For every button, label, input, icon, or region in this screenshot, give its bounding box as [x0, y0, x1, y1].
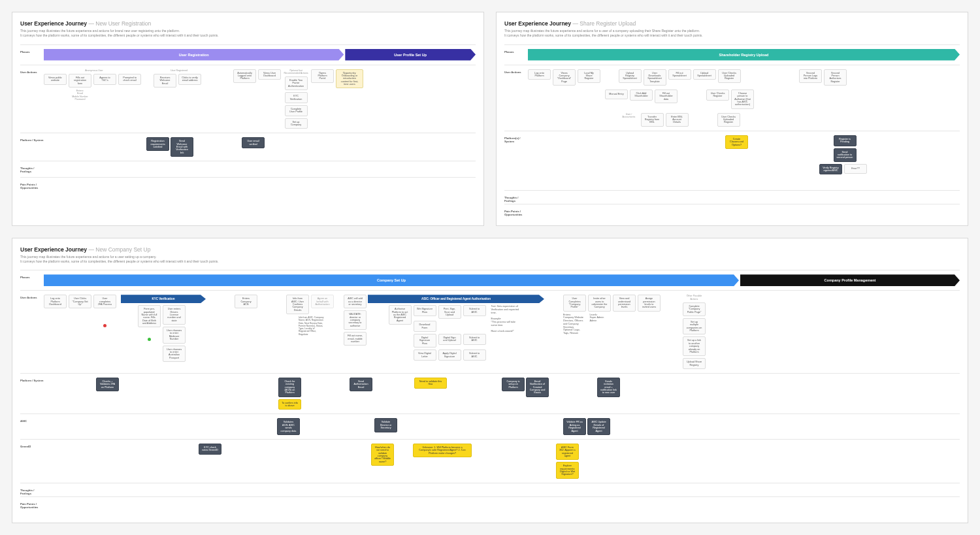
- action-box: Manual Entry: [605, 89, 628, 99]
- panel-desc: This journey map illustrates the future …: [504, 29, 960, 38]
- action-box: User chooses to enter Medicare Number: [163, 327, 186, 343]
- field-note: Levels: Super Admin Admin: [590, 314, 610, 323]
- system-box: Create Classes and Options?: [725, 135, 748, 149]
- action-box: Fill out name, email, mobile number: [344, 332, 367, 346]
- action-box: Submit to ASIC: [463, 334, 486, 345]
- system-box: Sends invitation email + notification li…: [597, 378, 620, 397]
- action-box: Enters Company ACN: [235, 295, 257, 308]
- lane-phases: Phases Shareholder Registry Upload: [504, 44, 960, 65]
- system-box: Registration requirements satisfied: [146, 137, 169, 151]
- action-box: Upload Spreadsheet: [693, 69, 716, 80]
- action-box: Form pre-populated: Name with full name.…: [138, 305, 161, 327]
- system-box: Email Notification of Created Company an…: [526, 378, 549, 397]
- action-box: Agree on behalf with Authorisation: [311, 295, 334, 308]
- action-box: Clicks to verify email address: [178, 74, 201, 85]
- field-note: Enters: Email Mobile Number Password: [71, 89, 90, 101]
- action-box: Load My Share Register: [578, 69, 600, 83]
- action-box: Complete "Company Public Page": [683, 302, 706, 316]
- action-box: User completes 2FA Process: [93, 295, 116, 308]
- action-box: Receives Welcome Email: [154, 74, 176, 88]
- action-box: Upload Share Registry: [683, 358, 706, 369]
- asic-box: Validate FR as Acting as Registered Agen…: [563, 418, 586, 434]
- system-box: Verify Registry against ASIC: [819, 164, 842, 175]
- system-box: Error??: [844, 164, 867, 174]
- phase-registration: User Registration: [44, 49, 344, 61]
- panel-title: User Experience Journey — Share Register…: [504, 20, 960, 27]
- lane-thoughts: Thoughts / Feelings: [20, 483, 960, 496]
- asic-box: Validates ACN: ASIC sends company data: [277, 418, 300, 434]
- asic-box: Validate Director or Secretary: [374, 418, 397, 432]
- system-box: Check for existing company (ACN) on Plat…: [278, 378, 301, 397]
- action-box: Submit to ASIC: [463, 349, 486, 361]
- panel-desc: This journey map illustrates the future …: [20, 255, 960, 264]
- subphase-asic-auth: ASIC: Officer and Registered Agent Autho…: [368, 295, 544, 303]
- action-box: Print, Sign, Scan and Upload: [438, 305, 461, 319]
- phase-registry-upload: Shareholder Registry Upload: [528, 49, 960, 61]
- action-box: Log onto Platform: [528, 69, 551, 80]
- greenid-box: KYC check notes GreenID: [199, 444, 221, 455]
- lane-platform: Platform / System Checks + Validates 2FA…: [20, 373, 960, 414]
- action-box: User Completes "Company Profile": [563, 295, 586, 311]
- lane-user-actions: User Actions Log onto Platform Dashboard…: [20, 290, 960, 373]
- panel-new-user-registration: User Experience Journey — New User Regis…: [12, 12, 484, 226]
- greenid-box: ASIC Form 362: Appoint a registered agen…: [556, 444, 579, 460]
- lane-platform: Platform / System Registration requireme…: [20, 133, 476, 161]
- system-box: Checks + Validates 2FA on Platform: [96, 378, 119, 391]
- lane-thoughts: Thoughts / Feelings: [504, 190, 960, 204]
- extra-header: Other Possible Actions: [685, 295, 704, 300]
- lane-asic: ASIC Validates ACN: ASIC sends company d…: [20, 413, 960, 438]
- action-box: User chooses to enter Australian Passpor…: [163, 346, 186, 362]
- system-box: Send Authorisation Email: [350, 378, 372, 391]
- action-box: Digital Signature Flow: [414, 334, 436, 348]
- lane-platform: Platform(s) / System Create Classes and …: [504, 131, 960, 190]
- panel-desc: This journey map illustrates the future …: [20, 29, 476, 38]
- asic-box: ASIC Update Details of Registered Agent: [587, 418, 610, 434]
- action-box: Automatically Logged onto Platform: [233, 69, 256, 83]
- lane-pain-points: Pain Points / Opportunities: [20, 496, 960, 510]
- system-box: User email verified: [242, 137, 265, 148]
- action-box: View and understand permission levels: [613, 295, 636, 311]
- lane-greenid: GreenID KYC check notes GreenID How/when…: [20, 439, 960, 483]
- panel-share-register-upload: User Experience Journey — Share Register…: [496, 12, 968, 226]
- action-box: KYC Verification: [285, 92, 308, 103]
- phase-company-mgmt: Company Profile Management: [740, 274, 960, 286]
- phase-profile-setup: User Profile Set Up: [345, 49, 476, 61]
- system-box: Send Welcome Email with Verification lin…: [171, 137, 193, 157]
- system-box: Register is Pending: [834, 135, 857, 146]
- system-box: Company is setup on Platform: [502, 378, 525, 391]
- panel-title: User Experience Journey — New Company Se…: [20, 246, 960, 253]
- field-note: Enters: Company Website Directors, Offic…: [563, 314, 586, 335]
- lane-user-actions: User Actions Log onto Platform Views Com…: [504, 65, 960, 131]
- registered-user-label: User Registered: [169, 69, 189, 72]
- action-box: VALIDATE: director or company secretary …: [344, 310, 367, 330]
- system-box: To confirm info is above: [278, 399, 301, 410]
- status-dot-red: [103, 324, 106, 327]
- subphase-kyc: KYC Verification: [121, 295, 206, 303]
- action-box: Fill out Spreadsheet: [668, 69, 691, 80]
- action-box: User Checks Uploaded Register: [717, 113, 740, 127]
- actor-note: User / Accountants: [619, 113, 639, 119]
- action-box: User Downloads Spreadsheet Template: [644, 69, 666, 86]
- lane-thoughts: Thoughts / Feelings: [20, 161, 476, 177]
- lane-pain-points: Pain Points / Opportunities: [504, 204, 960, 218]
- asic-info-note: Info from ASIC: Company Name, ACN, Regis…: [299, 316, 325, 336]
- action-box: Set up a link to another company already…: [683, 336, 706, 356]
- greenid-box: Explore requirements: Digital vs Wet Sig…: [556, 462, 579, 478]
- action-box: Log onto Platform Dashboard: [44, 295, 67, 308]
- action-box: User Checks Register: [706, 89, 729, 101]
- system-box: Send notification to second person: [834, 148, 857, 162]
- action-box: ASIC will add as a director or secretary: [344, 295, 367, 308]
- action-box: Set up multiple companies on Platform: [683, 318, 706, 334]
- greenid-box: How/when do we need to validate company …: [371, 444, 394, 466]
- action-box: Submit to ASIC: [463, 305, 486, 316]
- action-box: Views Company "Dashboard" Page: [553, 69, 576, 86]
- lane-pain-points: Pain Points / Opportunities: [20, 177, 476, 193]
- action-box: Fill out Shareholder data: [655, 89, 678, 103]
- action-box: Enter BGL Account Details: [666, 113, 689, 127]
- action-box: User Checks Uploaded Register: [718, 69, 741, 83]
- action-box: Opens Platform Portal: [311, 69, 334, 83]
- action-box: Transfer Registry from BGL: [641, 113, 664, 127]
- action-box: Info from ASIC: User Confirms Company De…: [286, 295, 309, 314]
- action-box: Views User Dashboard: [258, 69, 281, 80]
- panel-title: User Experience Journey — New User Regis…: [20, 20, 476, 27]
